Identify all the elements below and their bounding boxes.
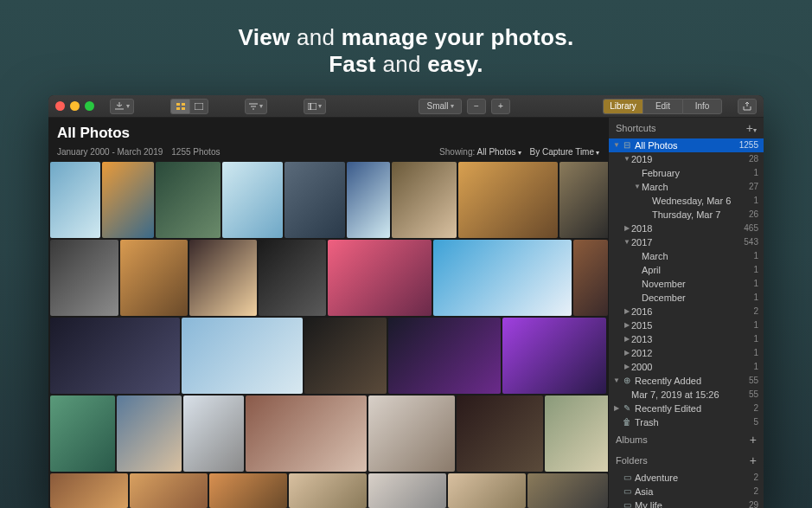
photo-thumbnail[interactable] [183, 395, 244, 472]
photo-thumbnail[interactable] [304, 318, 387, 394]
sidebar-item-date[interactable]: February1 [609, 166, 764, 180]
trash-icon: 🗑 [621, 415, 633, 429]
sidebar-item-trash[interactable]: ▶🗑Trash5 [609, 415, 764, 429]
photo-thumbnail[interactable] [368, 395, 455, 472]
single-view-button[interactable] [189, 99, 208, 114]
photo-thumbnail[interactable] [156, 162, 221, 238]
folders-header: Folders+ [609, 450, 764, 471]
photo-thumbnail[interactable] [50, 318, 180, 394]
layout-button[interactable]: ▾ [304, 99, 326, 114]
photo-thumbnail[interactable] [222, 162, 283, 238]
shortcuts-header: Shortcuts +▾ [609, 118, 764, 138]
edit-icon: ✎ [621, 402, 633, 415]
sidebar-item-date[interactable]: ▶20121 [609, 346, 764, 360]
sidebar-item-folder[interactable]: ▶▭Adventure2 [609, 471, 764, 485]
showing-label: Showing: All Photos▾ [439, 147, 521, 157]
photo-thumbnail[interactable] [392, 162, 457, 238]
sidebar-item-date[interactable]: December1 [609, 291, 764, 305]
photo-thumbnail[interactable] [458, 162, 558, 238]
photo-thumbnail[interactable] [289, 473, 367, 508]
sort-dropdown[interactable]: By Capture Time▾ [530, 147, 599, 157]
sidebar-item-recently-added[interactable]: ▼⊕Recently Added55 [609, 374, 764, 388]
sidebar-item-folder[interactable]: ▶▭Asia2 [609, 485, 764, 498]
share-button[interactable] [738, 99, 757, 114]
add-shortcut-button[interactable]: +▾ [746, 121, 757, 135]
photo-thumbnail[interactable] [502, 318, 606, 394]
sidebar-item-date[interactable]: ▼March27 [609, 180, 764, 194]
sidebar-item-date[interactable]: Wednesday, Mar 61 [609, 194, 764, 208]
page-header: All Photos [48, 118, 608, 145]
photo-thumbnail[interactable] [50, 240, 118, 316]
photos-icon: ⊟ [621, 138, 633, 152]
photo-thumbnail[interactable] [285, 162, 345, 238]
minimize-window-button[interactable] [70, 101, 80, 111]
svg-rect-0 [176, 103, 180, 106]
sidebar-item-folder[interactable]: ▶▭My life29 [609, 498, 764, 508]
sidebar-item-date[interactable]: ▼2017543 [609, 235, 764, 249]
photo-thumbnail[interactable] [448, 473, 526, 508]
view-mode-segment [170, 99, 208, 114]
sidebar-item-date[interactable]: April1 [609, 263, 764, 277]
tab-library[interactable]: Library [603, 99, 643, 114]
photo-thumbnail[interactable] [50, 395, 115, 472]
tab-info[interactable]: Info [682, 99, 722, 114]
svg-rect-1 [182, 103, 185, 106]
photo-thumbnail[interactable] [209, 473, 287, 508]
photo-thumbnail[interactable] [182, 318, 303, 394]
close-window-button[interactable] [55, 101, 65, 111]
photo-thumbnail[interactable] [457, 395, 543, 472]
date-range: January 2000 - March 2019 [57, 147, 163, 157]
sidebar-item-all-photos[interactable]: ▼⊟All Photos1255 [609, 138, 764, 152]
photo-thumbnail[interactable] [347, 162, 390, 238]
app-window: ▾ ▾ ▾ Small▾ − + Library Edit Info All P… [48, 95, 764, 508]
photo-thumbnail[interactable] [50, 473, 128, 508]
sidebar-item-date[interactable]: ▶20001 [609, 360, 764, 374]
photo-thumbnail[interactable] [120, 240, 188, 316]
photo-thumbnail[interactable] [368, 473, 446, 508]
photo-grid [48, 162, 608, 508]
zoom-out-button[interactable]: − [467, 99, 486, 114]
sidebar-item-date[interactable]: ▶20162 [609, 305, 764, 318]
svg-rect-4 [195, 103, 203, 110]
photo-thumbnail[interactable] [189, 240, 257, 316]
tab-edit[interactable]: Edit [643, 99, 682, 114]
filter-button[interactable]: ▾ [245, 99, 267, 114]
sidebar: Shortcuts +▾ ▼⊟All Photos1255 ▼201928Feb… [608, 118, 764, 508]
photo-count: 1255 Photos [171, 147, 220, 157]
window-controls [55, 101, 94, 111]
photo-thumbnail[interactable] [50, 162, 100, 238]
photo-thumbnail[interactable] [246, 395, 367, 472]
photo-thumbnail[interactable] [130, 473, 208, 508]
sidebar-item-date[interactable]: ▶20151 [609, 318, 764, 332]
sidebar-item-recently-edited[interactable]: ▶✎Recently Edited2 [609, 402, 764, 415]
sidebar-item-recent-date[interactable]: Mar 7, 2019 at 15:2655 [609, 388, 764, 402]
sidebar-item-date[interactable]: ▼201928 [609, 152, 764, 166]
grid-view-button[interactable] [170, 99, 189, 114]
sidebar-item-date[interactable]: ▶2018465 [609, 222, 764, 235]
add-album-button[interactable]: + [750, 433, 757, 447]
photo-thumbnail[interactable] [328, 240, 432, 316]
photo-thumbnail[interactable] [545, 395, 608, 472]
sidebar-item-date[interactable]: ▶20131 [609, 332, 764, 346]
photo-thumbnail[interactable] [573, 240, 608, 316]
zoom-window-button[interactable] [85, 101, 94, 111]
svg-rect-2 [176, 107, 180, 110]
sidebar-item-date[interactable]: November1 [609, 277, 764, 291]
hero-text: View and manage your photos. Fast and ea… [0, 0, 812, 93]
add-folder-button[interactable]: + [750, 453, 757, 467]
size-dropdown[interactable]: Small▾ [419, 99, 462, 114]
zoom-in-button[interactable]: + [491, 99, 510, 114]
sidebar-item-date[interactable]: March1 [609, 249, 764, 263]
photo-thumbnail[interactable] [559, 162, 608, 238]
photo-thumbnail[interactable] [388, 318, 501, 394]
import-button[interactable]: ▾ [110, 99, 134, 114]
svg-rect-3 [182, 107, 185, 110]
sidebar-item-date[interactable]: Thursday, Mar 726 [609, 208, 764, 222]
subheader: January 2000 - March 2019 1255 Photos Sh… [48, 145, 608, 162]
titlebar: ▾ ▾ ▾ Small▾ − + Library Edit Info [48, 95, 764, 118]
photo-thumbnail[interactable] [527, 473, 608, 508]
photo-thumbnail[interactable] [102, 162, 154, 238]
photo-thumbnail[interactable] [259, 240, 326, 316]
photo-thumbnail[interactable] [433, 240, 572, 316]
photo-thumbnail[interactable] [117, 395, 182, 472]
